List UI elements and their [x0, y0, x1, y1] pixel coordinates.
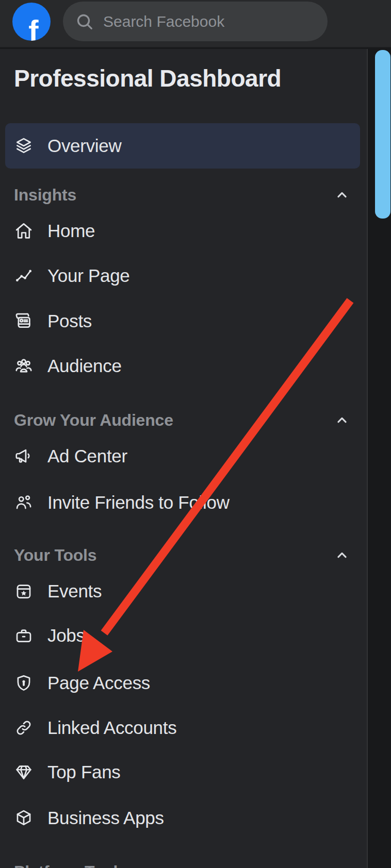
shield-keyhole-icon [14, 673, 34, 693]
people-group-icon [14, 356, 34, 376]
content-gutter [369, 49, 391, 868]
facebook-logo[interactable]: f [12, 3, 51, 41]
sidebar-item-business-apps[interactable]: Business Apps [5, 795, 360, 841]
section-header-platform-tools: Platform Tools [5, 855, 360, 868]
sidebar-item-label: Home [47, 221, 95, 241]
trend-chart-icon [14, 266, 34, 286]
home-icon [14, 221, 34, 241]
facebook-logo-letter: f [28, 16, 38, 41]
search-icon [74, 11, 95, 32]
sidebar-item-page-access[interactable]: Page Access [5, 660, 360, 706]
sidebar-item-ad-center[interactable]: Ad Center [5, 433, 360, 479]
sidebar-item-label: Posts [47, 311, 92, 331]
sidebar-item-linked-accounts[interactable]: Linked Accounts [5, 705, 360, 750]
invite-friends-icon [14, 493, 34, 512]
app-window: f Professional Dashboard Overview Insigh… [0, 0, 391, 868]
chevron-up-icon[interactable] [333, 546, 351, 564]
section-header-insights: Insights [5, 178, 360, 211]
calendar-star-icon [14, 581, 34, 601]
section-label: Insights [14, 186, 76, 205]
sidebar-item-label: Ad Center [47, 446, 127, 466]
page-title: Professional Dashboard [14, 64, 281, 92]
sidebar-item-label: Your Page [47, 265, 129, 286]
sidebar-item-label: Linked Accounts [47, 717, 176, 738]
scrollbar-thumb[interactable] [375, 50, 390, 219]
chevron-up-icon[interactable] [333, 186, 351, 204]
sidebar-item-label: Audience [47, 356, 122, 376]
sidebar-item-posts[interactable]: Posts [5, 298, 360, 344]
top-header: f [0, 0, 391, 48]
search-input[interactable] [103, 13, 318, 30]
section-label: Grow Your Audience [14, 411, 173, 430]
section-header-grow-your-audience: Grow Your Audience [5, 404, 360, 437]
gem-icon [14, 762, 34, 782]
sidebar-item-label: Business Apps [47, 808, 164, 828]
section-label: Your Tools [14, 546, 96, 565]
chain-link-icon [14, 718, 34, 738]
section-label: Platform Tools [14, 862, 127, 868]
sidebar-item-jobs[interactable]: Jobs [5, 613, 360, 658]
section-header-your-tools: Your Tools [5, 539, 360, 572]
search-bar[interactable] [63, 2, 328, 41]
sidebar-item-overview[interactable]: Overview [5, 123, 360, 169]
sidebar-item-invite-friends[interactable]: Invite Friends to Follow [5, 480, 360, 525]
layers-icon [14, 136, 34, 156]
sidebar-item-audience[interactable]: Audience [5, 343, 360, 389]
sidebar-item-events[interactable]: Events [5, 569, 360, 614]
chevron-up-icon[interactable] [333, 411, 351, 429]
sidebar-item-label: Events [47, 581, 102, 602]
sidebar-item-label: Invite Friends to Follow [47, 492, 230, 513]
sidebar-item-label: Top Fans [47, 762, 121, 782]
briefcase-icon [14, 626, 34, 645]
cube-icon [14, 808, 34, 828]
sidebar-item-label: Jobs [47, 625, 85, 646]
megaphone-icon [14, 446, 34, 466]
sidebar-item-home[interactable]: Home [5, 208, 360, 254]
sidebar-item-your-page[interactable]: Your Page [5, 253, 360, 298]
posts-card-icon [14, 311, 34, 331]
sidebar-item-top-fans[interactable]: Top Fans [5, 749, 360, 795]
sidebar-item-label: Overview [47, 136, 121, 156]
sidebar-item-label: Page Access [47, 673, 150, 693]
